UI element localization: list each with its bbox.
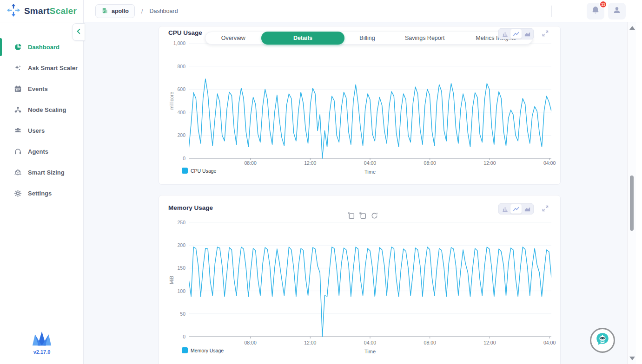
users-icon	[14, 127, 22, 135]
breadcrumb: apollo / Dashboard	[95, 4, 178, 18]
cpu-legend[interactable]: CPU Usage	[182, 168, 216, 174]
main-content: CPU Usage Overview Details Billing Savin…	[84, 22, 642, 364]
line-chart-icon[interactable]	[510, 29, 522, 39]
memory-legend[interactable]: Memory Usage	[182, 347, 224, 353]
x-tick-label: 08:00	[424, 340, 436, 345]
cpu-usage-card: CPU Usage Overview Details Billing Savin…	[159, 26, 561, 185]
memory-usage-chart: MiB 050100150200250 08:0012:0004:0008:00…	[159, 195, 560, 364]
user-menu-button[interactable]	[608, 3, 626, 20]
x-tick-label: 08:00	[424, 160, 436, 166]
sparkle-icon	[14, 64, 22, 72]
memory-x-axis-title: Time	[189, 349, 551, 354]
sidebar-item-users[interactable]: Users	[0, 120, 83, 141]
x-tick-label: 12:00	[483, 340, 496, 345]
sidebar-item-settings[interactable]: Settings	[0, 183, 83, 204]
scroll-down-arrow-icon[interactable]	[629, 357, 635, 360]
area-chart-icon[interactable]	[522, 29, 533, 39]
y-tick-label: 0	[183, 334, 185, 339]
restore-icon[interactable]	[370, 211, 378, 220]
cpu-usage-chart: millicore 02004006008001,000 08:0012:000…	[159, 26, 560, 184]
y-tick-label: 0	[183, 156, 185, 161]
sidebar-item-label: Node Scaling	[28, 106, 66, 113]
sidebar-item-label: Users	[28, 127, 45, 134]
sidebar-item-smart-sizing[interactable]: Smart Sizing	[0, 162, 83, 183]
memory-plot-area[interactable]	[189, 222, 551, 341]
sidebar: Dashboard Ask Smart Scaler Events Node S…	[0, 22, 84, 364]
sidebar-item-dashboard[interactable]: Dashboard	[0, 37, 83, 58]
scroll-up-arrow-icon[interactable]	[629, 26, 635, 30]
header-divider	[551, 6, 552, 17]
memory-expand-icon[interactable]	[542, 205, 549, 212]
memory-legend-swatch	[182, 347, 188, 353]
x-tick-label: 04:00	[543, 160, 556, 166]
notifications-button[interactable]: 11	[587, 3, 604, 20]
headset-icon	[14, 148, 22, 156]
crown-logo-icon	[32, 340, 52, 348]
sidebar-item-label: Settings	[28, 190, 52, 197]
x-tick-label: 04:00	[364, 340, 376, 345]
scrollbar-thumb[interactable]	[630, 176, 634, 231]
tab-details[interactable]: Details	[261, 32, 344, 45]
chatbot-button[interactable]	[590, 328, 615, 353]
cpu-x-axis-title: Time	[189, 169, 551, 175]
x-tick-label: 12:00	[483, 160, 496, 166]
pie-chart-icon	[14, 43, 22, 51]
memory-chart-type-toggle	[498, 203, 534, 214]
x-tick-label: 12:00	[304, 160, 316, 166]
sidebar-collapse-button[interactable]	[72, 23, 85, 41]
cpu-usage-svg[interactable]	[189, 43, 551, 161]
sidebar-item-label: Events	[28, 85, 48, 92]
sidebar-item-label: Agents	[28, 148, 48, 155]
cpu-chart-type-toggle	[498, 28, 534, 39]
tab-billing[interactable]: Billing	[344, 32, 390, 44]
tab-savings-report[interactable]: Savings Report	[390, 32, 460, 44]
brand: SmartScaler	[0, 0, 84, 22]
cube-icon	[14, 169, 22, 176]
y-tick-label: 250	[177, 220, 185, 225]
x-tick-label: 04:00	[543, 340, 556, 345]
smartscaler-logo-icon	[7, 3, 20, 19]
data-zoom-icon[interactable]	[347, 211, 355, 220]
app-version: v2.17.0	[0, 349, 84, 355]
memory-usage-svg[interactable]	[189, 222, 551, 339]
y-tick-label: 100	[177, 288, 185, 294]
bell-icon	[591, 6, 600, 17]
line-chart-icon[interactable]	[510, 204, 522, 214]
notification-count-badge: 11	[599, 0, 607, 8]
memory-chart-toolbox	[347, 211, 378, 220]
dashboard-tabs: Overview Details Billing Savings Report …	[205, 32, 533, 45]
cluster-selector[interactable]: apollo	[95, 4, 135, 18]
memory-y-axis: 050100150200250	[159, 222, 185, 338]
building-icon	[101, 7, 108, 15]
memory-legend-label: Memory Usage	[191, 348, 224, 353]
cpu-expand-icon[interactable]	[542, 30, 549, 37]
y-tick-label: 1,000	[173, 40, 185, 46]
right-gutter	[636, 22, 642, 364]
gear-icon	[14, 189, 22, 197]
cpu-plot-area[interactable]	[189, 43, 551, 163]
tab-overview[interactable]: Overview	[205, 32, 261, 44]
cpu-x-axis: 08:0012:0004:0008:0012:0004:00	[189, 160, 551, 167]
memory-usage-card: Memory Usage	[159, 195, 561, 364]
cpu-y-axis: 02004006008001,000	[159, 43, 185, 159]
calendar-icon	[14, 85, 22, 93]
cpu-legend-swatch	[182, 168, 188, 174]
vertical-scrollbar[interactable]	[627, 22, 636, 364]
sidebar-item-events[interactable]: Events	[0, 78, 83, 99]
y-tick-label: 200	[177, 242, 185, 248]
bar-chart-icon[interactable]	[499, 29, 510, 39]
breadcrumb-separator: /	[141, 8, 143, 15]
zoom-reset-icon[interactable]	[358, 211, 367, 220]
sidebar-item-label: Dashboard	[28, 44, 60, 51]
bar-chart-icon[interactable]	[499, 204, 510, 214]
sidebar-item-ask-smart-scaler[interactable]: Ask Smart Scaler	[0, 58, 83, 78]
chatbot-icon	[594, 331, 611, 350]
y-tick-label: 600	[177, 86, 185, 92]
user-avatar-icon	[612, 6, 622, 17]
sidebar-item-agents[interactable]: Agents	[0, 141, 83, 162]
x-tick-label: 12:00	[304, 340, 316, 345]
area-chart-icon[interactable]	[522, 204, 533, 214]
x-tick-label: 08:00	[244, 340, 256, 345]
y-tick-label: 400	[177, 110, 185, 115]
sidebar-item-node-scaling[interactable]: Node Scaling	[0, 99, 83, 120]
